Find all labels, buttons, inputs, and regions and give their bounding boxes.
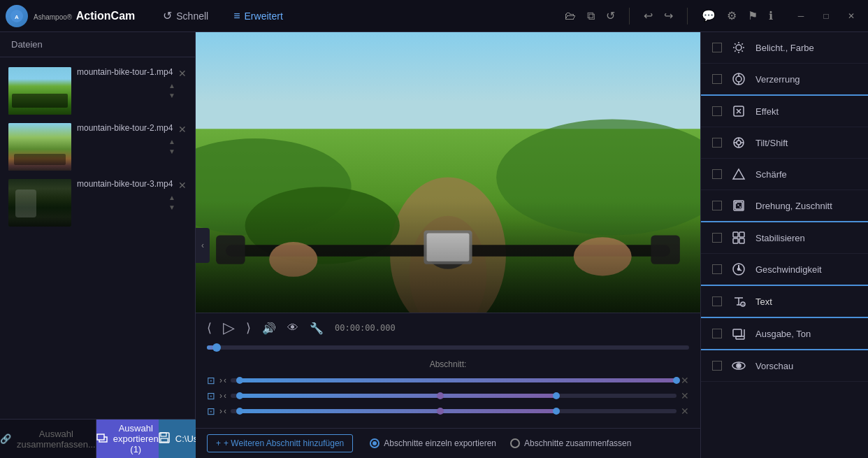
info-icon[interactable]: ℹ: [769, 9, 773, 22]
tools-icon[interactable]: 🔧: [310, 322, 324, 335]
effect-item-effekt[interactable]: Effekt: [701, 96, 868, 127]
play-button[interactable]: ▷: [223, 319, 235, 337]
section-thumb-center-3[interactable]: [437, 408, 444, 415]
effect-item-vorschau[interactable]: Vorschau: [701, 350, 868, 382]
effect-item-belicht[interactable]: Belicht., Farbe: [701, 32, 868, 64]
copy-icon[interactable]: ⧉: [587, 10, 595, 22]
section-thumb-left-1[interactable]: [236, 377, 243, 384]
save-icon: [159, 432, 170, 445]
video-controls: ⟨ ▷ ⟩ 🔊 👁 🔧 00:00:00.000: [196, 313, 700, 343]
arrow-up-1[interactable]: ▲: [168, 82, 175, 90]
chevron-left-3[interactable]: ‹: [224, 406, 226, 416]
section-thumb-left-2[interactable]: [236, 392, 243, 399]
svg-rect-48: [739, 232, 744, 237]
checkbox-drehung[interactable]: [712, 201, 722, 210]
next-frame-button[interactable]: ⟩: [246, 320, 251, 336]
comment-icon[interactable]: 💬: [702, 9, 716, 22]
checkbox-effekt[interactable]: [712, 106, 722, 116]
progress-bar[interactable]: [207, 345, 689, 350]
arrow-down-2[interactable]: ▼: [168, 148, 175, 156]
redo-icon[interactable]: ↪: [664, 9, 673, 22]
folder-icon[interactable]: 🗁: [565, 10, 576, 22]
zusammenfassen-button[interactable]: 🔗 Auswahl zusammenfassen...: [0, 420, 96, 458]
effect-label-ausgabe: Ausgabe, Ton: [755, 329, 857, 339]
export-options: + + Weiteren Abschnitt hinzufügen Abschn…: [196, 428, 700, 458]
section-close-1[interactable]: ✕: [681, 375, 689, 386]
export-icon: [96, 432, 108, 445]
preview-icon[interactable]: 👁: [287, 322, 298, 334]
checkbox-vorschau[interactable]: [712, 361, 722, 371]
effect-item-tiltshift[interactable]: Tilt/Shift: [701, 127, 868, 159]
settings-icon[interactable]: ⚙: [727, 9, 737, 22]
section-icons-1: ⊡: [207, 375, 215, 386]
app-logo-icon: A: [6, 5, 28, 27]
tab-schnell[interactable]: ↺ Schnell: [152, 5, 219, 27]
arrow-up-2[interactable]: ▲: [168, 138, 175, 146]
effect-label-effekt: Effekt: [755, 106, 857, 117]
minimize-button[interactable]: ─: [790, 5, 812, 27]
checkbox-verzerrung[interactable]: [712, 74, 722, 84]
file-close-3[interactable]: ✕: [178, 180, 187, 190]
volume-icon[interactable]: 🔊: [262, 322, 276, 335]
erweitert-icon: ≡: [233, 10, 240, 22]
effect-label-stabilisieren: Stabilisieren: [755, 233, 857, 243]
section-icon-2[interactable]: ⊡: [207, 390, 215, 401]
undo-icon[interactable]: ↩: [644, 9, 653, 22]
arrow-down-3[interactable]: ▼: [168, 203, 175, 212]
flag-icon[interactable]: ⚑: [748, 9, 758, 22]
chevron-right-1[interactable]: ›: [219, 375, 222, 385]
arrow-down-1[interactable]: ▼: [168, 92, 175, 100]
checkbox-ausgabe[interactable]: [712, 329, 722, 338]
effect-item-verzerrung[interactable]: Verzerrung: [701, 64, 868, 96]
section-thumb-left-3[interactable]: [236, 408, 243, 415]
maximize-button[interactable]: □: [815, 5, 837, 27]
effect-item-stabilisieren[interactable]: Stabilisieren: [701, 222, 868, 254]
section-thumb-center-2[interactable]: [437, 392, 444, 399]
effect-item-text[interactable]: A Text: [701, 286, 868, 318]
file-close-1[interactable]: ✕: [178, 69, 187, 78]
section-thumb-right-2[interactable]: [553, 392, 560, 399]
exportieren-button[interactable]: Auswahl exportieren (1): [96, 420, 159, 458]
effect-item-schaerfe[interactable]: Schärfe: [701, 159, 868, 190]
list-item[interactable]: mountain-bike-tour-3.mp4 ▲ ▼ ✕: [0, 175, 195, 231]
list-item[interactable]: mountain-bike-tour-2.mp4 ▲ ▼ ✕: [0, 119, 195, 175]
chevron-right-2[interactable]: ›: [219, 391, 222, 401]
svg-marker-43: [733, 169, 744, 179]
radio-einzeln[interactable]: Abschnitte einzeln exportieren: [370, 438, 496, 448]
svg-rect-50: [739, 238, 744, 243]
section-close-2[interactable]: ✕: [681, 390, 689, 401]
checkbox-stabilisieren[interactable]: [712, 233, 722, 243]
section-close-3[interactable]: ✕: [681, 406, 689, 417]
list-item[interactable]: mountain-bike-tour-1.mp4 ▲ ▼ ✕: [0, 63, 195, 119]
effect-item-ausgabe[interactable]: Ausgabe, Ton: [701, 318, 868, 350]
section-thumb-right-3[interactable]: [553, 408, 560, 415]
section-icon-3[interactable]: ⊡: [207, 406, 215, 417]
arrow-up-3[interactable]: ▲: [168, 194, 175, 202]
progress-thumb[interactable]: [212, 343, 221, 352]
refresh-icon[interactable]: ↺: [606, 9, 615, 22]
add-section-button[interactable]: + + Weiteren Abschnitt hinzufügen: [207, 434, 353, 452]
chevron-left-1[interactable]: ‹: [224, 375, 226, 385]
checkbox-schaerfe[interactable]: [712, 169, 722, 179]
prev-frame-button[interactable]: ⟨: [207, 320, 212, 336]
checkbox-geschwindigkeit[interactable]: [712, 264, 722, 274]
checkbox-text[interactable]: [712, 296, 722, 306]
effect-item-geschwindigkeit[interactable]: Geschwindigkeit: [701, 254, 868, 286]
radio-zusammen[interactable]: Abschnitte zusammenfassen: [510, 438, 631, 448]
section-thumb-right-1[interactable]: [673, 377, 680, 384]
effect-item-drehung[interactable]: Drehung, Zuschnitt: [701, 190, 868, 222]
section-icon-1[interactable]: ⊡: [207, 375, 215, 386]
checkbox-tiltshift[interactable]: [712, 138, 722, 148]
tab-erweitert[interactable]: ≡ Erweitert: [222, 5, 294, 27]
section-slider-1[interactable]: [231, 378, 677, 382]
chevrons-1: › ‹: [219, 375, 226, 385]
file-close-2[interactable]: ✕: [178, 124, 187, 134]
checkbox-belicht[interactable]: [712, 43, 722, 52]
section-slider-3[interactable]: [231, 409, 677, 413]
chevron-right-3[interactable]: ›: [219, 406, 222, 416]
chevron-left-2[interactable]: ‹: [224, 391, 226, 401]
section-slider-2[interactable]: [231, 394, 677, 398]
close-button[interactable]: ✕: [840, 5, 862, 27]
collapse-handle[interactable]: ‹: [196, 228, 210, 263]
time-display: 00:00:00.000: [335, 323, 398, 333]
